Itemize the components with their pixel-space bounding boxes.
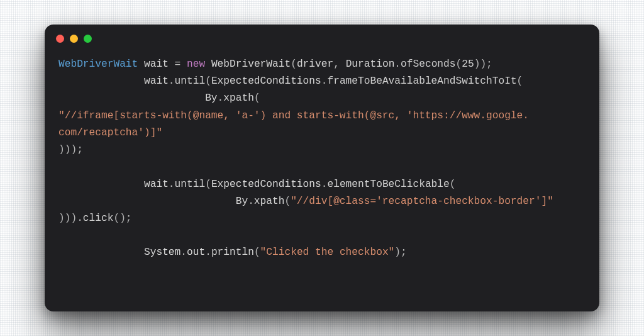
- code-token: click: [83, 213, 114, 224]
- code-token: By: [58, 92, 218, 104]
- code-token: wait: [138, 59, 174, 70]
- code-token: .: [248, 196, 254, 207]
- code-token: (: [450, 179, 456, 190]
- code-token: ExpectedConditions: [211, 76, 321, 87]
- minimize-icon[interactable]: [70, 35, 78, 43]
- code-token: (: [284, 196, 291, 207]
- code-line: )));: [58, 142, 586, 159]
- code-token: out: [187, 247, 205, 258]
- code-token: );: [394, 247, 406, 258]
- code-window: WebDriverWait wait = new WebDriverWait(d…: [45, 25, 599, 311]
- code-token: com/recaptcha')]": [58, 127, 162, 138]
- code-token: By: [58, 196, 248, 207]
- code-token: .: [321, 76, 328, 87]
- code-token: wait: [58, 179, 169, 190]
- code-line: WebDriverWait wait = new WebDriverWait(d…: [58, 56, 586, 73]
- code-line: ))).click();: [58, 210, 586, 227]
- code-token: Duration: [346, 59, 395, 70]
- code-token: ))).: [58, 213, 83, 224]
- code-token: WebDriverWait: [205, 59, 291, 70]
- code-token: until: [175, 76, 206, 87]
- code-token: ();: [113, 213, 131, 224]
- code-token: WebDriverWait: [58, 59, 138, 70]
- code-token: elementToBeClickable: [327, 179, 449, 190]
- code-token: xpath: [254, 196, 285, 207]
- code-token: (: [205, 76, 211, 87]
- code-token: wait: [58, 76, 169, 87]
- code-block: WebDriverWait wait = new WebDriverWait(d…: [45, 52, 599, 311]
- code-token: System: [58, 247, 180, 258]
- code-token: (: [205, 179, 211, 190]
- close-icon[interactable]: [56, 35, 64, 43]
- code-token: )));: [58, 144, 83, 155]
- code-token: =: [175, 59, 187, 70]
- code-token: xpath: [223, 92, 254, 104]
- code-token: (: [254, 247, 260, 258]
- code-token: 25: [462, 59, 474, 70]
- code-token: .: [394, 59, 401, 70]
- code-line: By.xpath("//div[@class='recaptcha-checkb…: [58, 193, 586, 210]
- code-token: (: [517, 76, 523, 87]
- code-token: (: [456, 59, 462, 70]
- code-token: ,: [333, 59, 345, 70]
- code-token: ));: [474, 59, 492, 70]
- code-token: ExpectedConditions: [211, 179, 321, 190]
- code-line: System.out.println("Clicked the checkbox…: [58, 244, 586, 261]
- code-token: driver: [297, 59, 333, 70]
- code-token: "Clicked the checkbox": [260, 247, 395, 258]
- code-token: (: [254, 92, 260, 104]
- code-line: wait.until(ExpectedConditions.frameToBeA…: [58, 73, 586, 90]
- window-titlebar: [45, 25, 599, 52]
- code-token: new: [187, 59, 205, 70]
- code-token: ofSeconds: [401, 59, 455, 70]
- code-token: "//div[@class='recaptcha-checkbox-border…: [291, 196, 553, 207]
- code-token: until: [175, 179, 206, 190]
- code-token: .: [321, 179, 328, 190]
- code-line: By.xpath(: [58, 90, 586, 107]
- code-token: (: [291, 59, 297, 70]
- code-token: .: [169, 76, 175, 87]
- code-line: [58, 227, 586, 244]
- code-token: .: [180, 247, 187, 258]
- code-line: wait.until(ExpectedConditions.elementToB…: [58, 176, 586, 193]
- code-token: println: [211, 247, 254, 258]
- code-token: .: [205, 247, 211, 258]
- code-token: .: [169, 179, 175, 190]
- code-token: .: [218, 92, 224, 104]
- code-token: frameToBeAvailableAndSwitchToIt: [327, 76, 516, 87]
- code-line: [58, 159, 586, 176]
- code-token: "//iframe[starts-with(@name, 'a-') and s…: [58, 110, 529, 121]
- code-line: "//iframe[starts-with(@name, 'a-') and s…: [58, 108, 586, 125]
- zoom-icon[interactable]: [84, 35, 92, 43]
- code-line: com/recaptcha')]": [58, 125, 586, 142]
